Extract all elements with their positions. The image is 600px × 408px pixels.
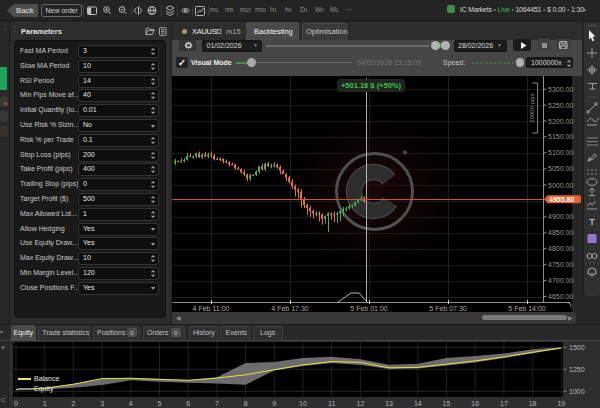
svg-text:3: 3 [100, 400, 104, 407]
svg-text:1: 1 [43, 400, 47, 407]
svg-text:15: 15 [443, 400, 451, 407]
svg-text:4800.00: 4800.00 [548, 245, 573, 252]
svg-text:0: 0 [14, 400, 18, 407]
svg-text:5300.00: 5300.00 [548, 86, 573, 93]
svg-text:8: 8 [244, 400, 248, 407]
svg-text:4 Feb 11:00: 4 Feb 11:00 [193, 305, 230, 312]
svg-text:14: 14 [414, 400, 422, 407]
svg-text:5050.00: 5050.00 [548, 165, 573, 172]
svg-text:9: 9 [272, 400, 276, 407]
svg-text:5 Feb 01:00: 5 Feb 01:00 [350, 305, 387, 312]
svg-text:4955.80: 4955.80 [549, 196, 574, 203]
svg-text:10: 10 [299, 400, 307, 407]
svg-text:5 Feb 07:30: 5 Feb 07:30 [429, 305, 466, 312]
svg-text:+501.16 $ (+50%): +501.16 $ (+50%) [341, 81, 402, 90]
svg-text:4850.00: 4850.00 [548, 229, 573, 236]
svg-text:1000: 1000 [569, 388, 585, 395]
svg-text:4700.00: 4700.00 [548, 277, 573, 284]
svg-text:20000 pips: 20000 pips [529, 93, 535, 122]
svg-text:6: 6 [186, 400, 190, 407]
svg-text:1500: 1500 [569, 344, 585, 351]
svg-text:4900.00: 4900.00 [548, 213, 573, 220]
svg-text:16: 16 [471, 400, 479, 407]
svg-text:5150.00: 5150.00 [548, 133, 573, 140]
svg-text:T: T [589, 217, 595, 227]
svg-text:11: 11 [328, 400, 335, 407]
svg-text:4650.00: 4650.00 [548, 293, 573, 300]
svg-text:5 Feb 14:00: 5 Feb 14:00 [508, 305, 545, 312]
svg-text:5250.00: 5250.00 [548, 102, 573, 109]
svg-text:5000.00: 5000.00 [548, 182, 573, 189]
svg-text:5200.00: 5200.00 [548, 118, 573, 125]
svg-text:4: 4 [129, 400, 133, 407]
svg-text:7: 7 [215, 400, 219, 407]
svg-text:5: 5 [158, 400, 162, 407]
svg-text:4750.00: 4750.00 [548, 261, 573, 268]
svg-text:18: 18 [529, 400, 537, 407]
svg-text:12: 12 [357, 400, 365, 407]
svg-text:17: 17 [500, 400, 508, 407]
svg-text:5100.00: 5100.00 [548, 149, 573, 156]
svg-text:4 Feb 17:30: 4 Feb 17:30 [271, 305, 308, 312]
svg-text:13: 13 [385, 400, 393, 407]
svg-text:1250: 1250 [569, 366, 585, 373]
svg-text:19: 19 [557, 400, 565, 407]
svg-text:2: 2 [71, 400, 75, 407]
